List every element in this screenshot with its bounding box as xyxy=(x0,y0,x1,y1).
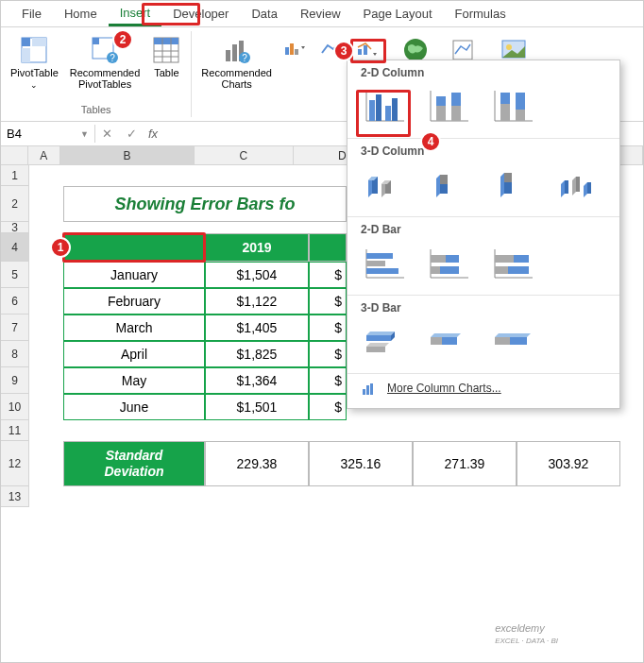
row-header[interactable]: 5 xyxy=(1,262,29,288)
svg-rect-43 xyxy=(500,104,510,121)
month-cell[interactable]: May xyxy=(63,367,205,394)
std-dev-cell[interactable]: 303.92 xyxy=(517,441,620,486)
3d-clustered-column[interactable] xyxy=(361,165,408,205)
cancel-icon[interactable]: ✕ xyxy=(99,127,114,142)
tab-review[interactable]: Review xyxy=(289,3,352,25)
month-cell[interactable]: March xyxy=(63,314,205,341)
row-header[interactable]: 3 xyxy=(1,222,29,233)
row-header[interactable]: 10 xyxy=(1,394,29,420)
gallery-section-3d-column: 3-D Column xyxy=(361,144,610,158)
col-header-b[interactable]: B xyxy=(60,146,195,165)
col-header-a[interactable]: A xyxy=(28,146,60,165)
table-button[interactable]: Table xyxy=(149,33,183,80)
header-cell-c4[interactable]: 2019 xyxy=(205,233,309,262)
more-column-charts[interactable]: More Column Charts... xyxy=(347,374,619,402)
std-dev-cell[interactable]: 271.39 xyxy=(413,441,517,486)
value-cell[interactable]: $ xyxy=(309,262,347,288)
svg-rect-37 xyxy=(436,106,446,121)
row-header[interactable]: 4 xyxy=(1,233,29,262)
std-dev-cell[interactable]: 229.38 xyxy=(205,441,309,486)
pivottable-label: PivotTable xyxy=(10,67,59,78)
100-stacked-bar-chart[interactable] xyxy=(489,244,536,283)
3d-100-stacked-bar[interactable] xyxy=(489,322,536,362)
enter-icon[interactable]: ✓ xyxy=(124,127,139,142)
col-header-c[interactable]: C xyxy=(195,146,293,165)
svg-rect-60 xyxy=(514,255,529,263)
value-cell[interactable]: $1,501 xyxy=(205,394,309,420)
row-header[interactable]: 6 xyxy=(1,288,29,314)
value-cell[interactable]: $ xyxy=(309,394,347,420)
row-header[interactable]: 11 xyxy=(1,420,29,441)
column-chart-gallery: 2-D Column 3-D Column 2-D Bar xyxy=(347,60,620,409)
callout-badge-4: 4 xyxy=(420,131,441,152)
value-cell[interactable]: $ xyxy=(309,367,347,394)
value-cell[interactable]: $1,122 xyxy=(205,288,309,314)
column-chart-dropdown[interactable] xyxy=(281,37,310,60)
name-box[interactable]: B4 ▼ xyxy=(1,125,95,143)
value-cell[interactable]: $1,405 xyxy=(205,314,309,341)
gallery-section-3d-bar: 3-D Bar xyxy=(361,301,610,314)
row-header[interactable]: 9 xyxy=(1,367,29,394)
value-cell[interactable]: $1,364 xyxy=(205,367,309,394)
row-header[interactable]: 13 xyxy=(1,486,29,507)
gallery-section-2d-column: 2-D Column xyxy=(361,66,610,79)
3d-column[interactable] xyxy=(553,165,601,205)
svg-rect-39 xyxy=(451,106,461,121)
svg-rect-61 xyxy=(495,266,508,274)
tab-formulas[interactable]: Formulas xyxy=(444,3,517,25)
svg-rect-59 xyxy=(495,255,514,263)
month-cell[interactable]: February xyxy=(63,288,205,314)
row-header[interactable]: 12 xyxy=(1,441,29,486)
row-header[interactable]: 2 xyxy=(1,186,29,222)
svg-rect-2 xyxy=(22,48,30,62)
svg-rect-49 xyxy=(366,261,385,266)
watermark: exceldemy EXCEL · DATA · BI xyxy=(495,622,558,645)
title-cell[interactable]: Showing Error Bars fo xyxy=(63,186,347,222)
clustered-column-chart[interactable] xyxy=(361,87,408,127)
stacked-bar-chart[interactable] xyxy=(425,244,472,283)
stacked-column-chart[interactable] xyxy=(425,87,472,127)
value-cell[interactable]: $1,504 xyxy=(205,262,309,288)
3d-clustered-bar[interactable] xyxy=(361,322,408,362)
100-stacked-column-chart[interactable] xyxy=(489,87,536,127)
value-cell[interactable]: $1,825 xyxy=(205,341,309,367)
fx-icon[interactable]: fx xyxy=(143,127,158,141)
value-cell[interactable]: $ xyxy=(309,314,347,341)
select-all-corner[interactable] xyxy=(1,146,28,165)
tab-developer[interactable]: Developer xyxy=(161,3,240,25)
header-cell-d4[interactable] xyxy=(309,233,347,262)
tab-file[interactable]: File xyxy=(10,3,53,25)
recommended-pivottables-label: Recommended PivotTables xyxy=(70,67,141,90)
3d-100-stacked-column[interactable] xyxy=(489,165,536,205)
std-dev-cell[interactable]: 325.16 xyxy=(309,441,413,486)
tab-data[interactable]: Data xyxy=(240,3,288,25)
row-header[interactable]: 1 xyxy=(1,165,29,186)
recommended-charts-button[interactable]: ? Recommended Charts xyxy=(199,33,274,92)
month-cell[interactable]: June xyxy=(63,394,205,420)
month-cell[interactable]: January xyxy=(63,262,205,288)
row-header[interactable]: 7 xyxy=(1,314,29,341)
callout-badge-1: 1 xyxy=(50,237,71,258)
3d-stacked-column[interactable] xyxy=(425,165,472,205)
svg-point-27 xyxy=(506,44,512,50)
std-dev-label[interactable]: Standard Deviation xyxy=(63,441,205,486)
month-cell[interactable]: April xyxy=(63,341,205,367)
combo-chart-dropdown[interactable] xyxy=(353,37,381,60)
header-cell-b4[interactable] xyxy=(63,233,205,262)
svg-rect-21 xyxy=(295,49,298,55)
value-cell[interactable]: $ xyxy=(309,341,347,367)
row-header[interactable]: 8 xyxy=(1,341,29,367)
value-cell[interactable]: $ xyxy=(309,288,347,314)
tab-insert[interactable]: Insert xyxy=(109,2,162,26)
recommended-charts-icon: ? xyxy=(222,35,252,65)
svg-rect-9 xyxy=(154,38,178,44)
3d-stacked-bar[interactable] xyxy=(425,322,472,362)
svg-rect-56 xyxy=(440,266,459,274)
clustered-bar-chart[interactable] xyxy=(361,244,408,283)
svg-rect-62 xyxy=(508,266,529,274)
tab-home[interactable]: Home xyxy=(53,3,109,25)
svg-text:?: ? xyxy=(110,53,115,63)
pivottable-button[interactable]: PivotTable ⌄ xyxy=(8,33,60,92)
tab-page-layout[interactable]: Page Layout xyxy=(352,3,444,25)
gallery-section-2d-bar: 2-D Bar xyxy=(361,223,610,236)
